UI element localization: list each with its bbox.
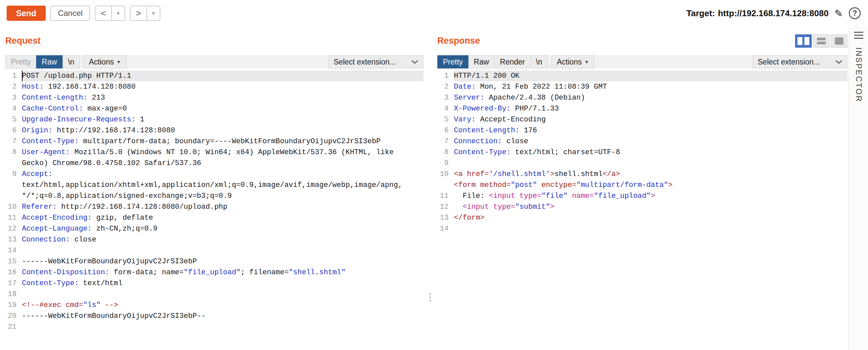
line-content: <input type="submit"> [454, 202, 847, 212]
message-editor-split: Request Pretty Raw \n Actions ▼ Select e… [0, 27, 849, 350]
line-number: 2 [5, 81, 22, 92]
panel-splitter[interactable] [424, 27, 437, 350]
line-content: Content-Type: multipart/form-data; bound… [22, 136, 424, 147]
inspector-sidebar[interactable]: INSPECTOR [849, 27, 868, 350]
response-tab-raw[interactable]: Raw [468, 55, 495, 68]
line-content: text/html,application/xhtml+xml,applicat… [22, 180, 424, 190]
forward-button[interactable]: > [130, 6, 147, 21]
line-number: 3 [5, 92, 22, 103]
line-number: 6 [5, 125, 22, 136]
layout-columns-button[interactable] [795, 34, 812, 48]
actions-label: Actions [557, 58, 582, 67]
send-button[interactable]: Send [7, 6, 46, 21]
forward-history-dropdown[interactable]: ▼ [147, 6, 160, 21]
line-content: Gecko) Chrome/98.0.4758.102 Safari/537.3… [22, 158, 424, 169]
select-extension-label: Select extension... [334, 58, 396, 67]
editor-line: 1HTTP/1.1 200 OK [437, 70, 847, 81]
request-select-extension-dropdown[interactable]: Select extension... [329, 55, 424, 68]
line-number: 14 [437, 223, 454, 234]
editor-line: 18 [5, 289, 424, 300]
back-button[interactable]: < [95, 6, 112, 21]
editor-line: 19<!--#exec cmd="ls" --> [5, 300, 424, 311]
line-number: 1 [437, 70, 454, 81]
line-number [5, 180, 22, 190]
line-number: 14 [5, 245, 22, 256]
line-content: POST /upload.php HTTP/1.1 [22, 70, 424, 81]
chevron-down-icon [835, 60, 842, 64]
editor-line: 1POST /upload.php HTTP/1.1 [5, 70, 424, 81]
cancel-button[interactable]: Cancel [50, 6, 90, 21]
help-icon[interactable]: ? [849, 7, 861, 19]
line-number: 16 [5, 267, 22, 278]
line-number: 6 [437, 125, 454, 136]
line-content: Connection: close [454, 136, 847, 147]
line-content: <a href='/shell.shtml'>shell.shtml</a> [454, 169, 847, 180]
menu-icon[interactable] [854, 32, 863, 39]
request-editor[interactable]: 1POST /upload.php HTTP/1.12Host: 192.168… [5, 68, 424, 350]
editor-line: 3Content-Length: 213 [5, 92, 424, 103]
line-content: Accept: [22, 169, 424, 180]
response-tab-render[interactable]: Render [494, 55, 530, 68]
layout-rows-button[interactable] [813, 34, 830, 48]
line-content: Content-Length: 213 [22, 92, 424, 103]
rows-icon [817, 38, 826, 44]
line-content: Content-Type: text/html; charset=UTF-8 [454, 147, 847, 158]
line-number: 2 [437, 81, 454, 92]
editor-line: 2Host: 192.168.174.128:8080 [5, 81, 424, 92]
editor-line: 13</form> [437, 212, 847, 223]
line-content: User-Agent: Mozilla/5.0 (Windows NT 10.0… [22, 147, 424, 158]
line-number: 8 [5, 147, 22, 158]
target-label: Target: [686, 8, 715, 18]
editor-line: */*;q=0.8,application/signed-exchange;v=… [5, 190, 424, 202]
response-tab-pretty[interactable]: Pretty [437, 55, 468, 68]
line-content: <form method="post" enctype="multipart/f… [454, 180, 847, 190]
line-number: 11 [5, 212, 22, 223]
request-tab-newline[interactable]: \n [62, 55, 80, 68]
editor-line: 10<a href='/shell.shtml'>shell.shtml</a> [437, 169, 847, 180]
edit-target-icon[interactable]: ✎ [835, 8, 843, 19]
request-header: Request [5, 27, 424, 55]
line-number: 21 [5, 321, 22, 332]
line-number: 1 [5, 70, 22, 81]
editor-line: 8Content-Type: text/html; charset=UTF-8 [437, 147, 847, 158]
request-tab-pretty[interactable]: Pretty [5, 55, 36, 68]
response-editor[interactable]: 1HTTP/1.1 200 OK2Date: Mon, 21 Feb 2022 … [437, 68, 847, 350]
response-select-extension-dropdown[interactable]: Select extension... [753, 55, 847, 68]
chevron-down-icon: ▼ [151, 11, 156, 16]
editor-line: 6Origin: http://192.168.174.128:8080 [5, 125, 424, 136]
line-content: </form> [454, 212, 847, 223]
line-number: 12 [5, 223, 22, 234]
editor-line: text/html,application/xhtml+xml,applicat… [5, 180, 424, 190]
editor-line: 12Accept-Language: zh-CN,zh;q=0.9 [5, 223, 424, 234]
response-actions-button[interactable]: Actions ▼ [551, 55, 594, 68]
response-tab-newline[interactable]: \n [530, 55, 548, 68]
editor-line: 10Referer: http://192.168.174.128:8080/u… [5, 202, 424, 212]
line-number: 9 [5, 169, 22, 180]
chevron-down-icon: ▼ [116, 11, 121, 16]
target-url: http://192.168.174.128:8080 [718, 8, 829, 18]
editor-line: 20------WebKitFormBoundaryOijupvC2JrSI3e… [5, 311, 424, 321]
line-number: 13 [5, 234, 22, 245]
line-number: 20 [5, 311, 22, 321]
line-number: 5 [437, 114, 454, 125]
editor-line: Gecko) Chrome/98.0.4758.102 Safari/537.3… [5, 158, 424, 169]
history-back-group: < ▼ [95, 6, 125, 21]
line-number: 7 [437, 136, 454, 147]
line-number: 17 [5, 278, 22, 289]
back-history-dropdown[interactable]: ▼ [112, 6, 125, 21]
editor-line: 21 [5, 321, 424, 332]
request-actions-button[interactable]: Actions ▼ [83, 55, 126, 68]
select-extension-label: Select extension... [758, 58, 820, 67]
line-content: <!--#exec cmd="ls" --> [22, 300, 424, 311]
line-content: Accept-Language: zh-CN,zh;q=0.9 [22, 223, 424, 234]
columns-icon [798, 37, 802, 45]
editor-line: 17Content-Type: text/html [5, 278, 424, 289]
target-display: Target:http://192.168.174.128:8080 [686, 8, 829, 19]
line-content: Vary: Accept-Encoding [454, 114, 847, 125]
editor-line: 11Accept-Encoding: gzip, deflate [5, 212, 424, 223]
line-content [22, 245, 424, 256]
request-tab-raw[interactable]: Raw [36, 55, 63, 68]
layout-single-button[interactable] [831, 34, 847, 48]
line-content [22, 321, 424, 332]
line-number: 4 [437, 103, 454, 114]
